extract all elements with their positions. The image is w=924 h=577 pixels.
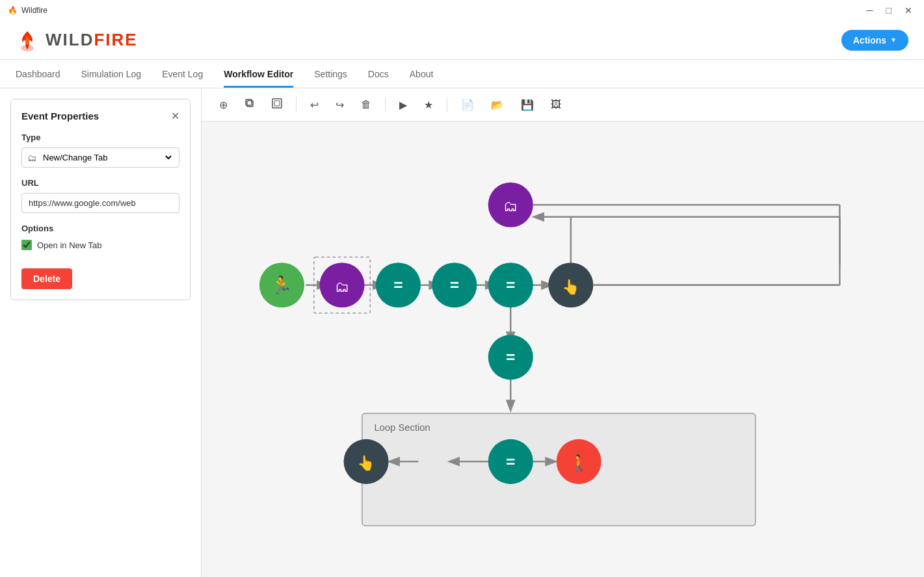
logo-flame-icon	[16, 29, 39, 52]
node-tab1-selected[interactable]: 🗂	[314, 257, 370, 313]
new-file-button[interactable]: 📄	[454, 94, 481, 116]
title-bar-left: 🔥 Wildfire	[8, 6, 47, 15]
node-click2[interactable]: 👆	[343, 439, 388, 484]
sidebar: Event Properties ✕ Type 🗂 New/Change Tab…	[0, 88, 202, 577]
panel-close-button[interactable]: ✕	[171, 110, 179, 122]
options-group: Options Open in New Tab	[21, 224, 179, 250]
minimize-button[interactable]: ─	[863, 4, 877, 17]
node-action2[interactable]: =	[432, 263, 477, 307]
app-name: Wildfire	[21, 6, 47, 15]
type-label: Type	[21, 133, 179, 142]
tab-icon: 🗂	[27, 153, 36, 163]
open-new-tab-label: Open in New Tab	[37, 240, 102, 250]
workflow-svg: Loop Section	[202, 122, 924, 577]
toolbar-sep-3	[447, 97, 447, 112]
main: Event Properties ✕ Type 🗂 New/Change Tab…	[0, 88, 924, 577]
canvas-area: ⊕ ↩ ↪ 🗑 ▶ ★ 📄 📂 💾 🖼 Loop	[202, 88, 924, 577]
node-action1[interactable]: =	[376, 263, 421, 307]
undo-button[interactable]: ↩	[303, 94, 326, 116]
play-button[interactable]: ▶	[392, 94, 414, 116]
logo-text: WILDFIRE	[46, 30, 138, 50]
toolbar-sep-1	[296, 97, 297, 112]
maximize-button[interactable]: □	[882, 4, 895, 17]
nav: Dashboard Simulation Log Event Log Workf…	[0, 60, 924, 88]
export-image-button[interactable]: 🖼	[544, 94, 568, 115]
svg-text:=: =	[393, 276, 403, 294]
nav-about[interactable]: About	[410, 69, 434, 88]
title-bar-controls: ─ □ ✕	[863, 4, 916, 17]
workflow-canvas[interactable]: Loop Section	[202, 122, 924, 577]
add-button[interactable]: ⊕	[212, 94, 235, 116]
options-label: Options	[21, 224, 179, 233]
nav-dashboard[interactable]: Dashboard	[16, 69, 60, 88]
svg-text:=: =	[506, 453, 515, 470]
panel-header: Event Properties ✕	[21, 110, 179, 122]
fit-button[interactable]	[265, 94, 289, 116]
redo-button[interactable]: ↪	[328, 94, 351, 116]
svg-text:👆: 👆	[562, 278, 580, 296]
nav-settings[interactable]: Settings	[314, 69, 347, 88]
svg-text:🚶: 🚶	[569, 454, 589, 473]
panel-title: Event Properties	[21, 110, 99, 122]
svg-text:👆: 👆	[357, 454, 375, 472]
title-bar: 🔥 Wildfire ─ □ ✕	[0, 0, 924, 21]
nav-workflow-editor[interactable]: Workflow Editor	[224, 69, 293, 88]
nav-simulation-log[interactable]: Simulation Log	[81, 69, 142, 88]
logo-fire: FIRE	[94, 30, 137, 49]
node-tab2[interactable]: 🗂	[488, 183, 533, 227]
node-start[interactable]: 🏃	[259, 263, 304, 307]
node-action3[interactable]: =	[488, 263, 533, 307]
svg-rect-4	[274, 101, 280, 106]
delete-button[interactable]: Delete	[21, 268, 72, 289]
svg-text:=: =	[506, 276, 515, 294]
open-file-button[interactable]: 📂	[484, 94, 511, 116]
nav-event-log[interactable]: Event Log	[162, 69, 203, 88]
open-new-tab-checkbox[interactable]	[21, 240, 32, 250]
url-field-group: URL	[21, 178, 179, 213]
open-new-tab-row: Open in New Tab	[21, 240, 179, 250]
event-properties-panel: Event Properties ✕ Type 🗂 New/Change Tab…	[10, 99, 191, 300]
svg-rect-3	[272, 99, 282, 108]
svg-text:=: =	[506, 348, 515, 366]
toolbar-sep-2	[385, 97, 386, 112]
node-action5[interactable]: =	[488, 439, 533, 484]
loop-section-label: Loop Section	[374, 422, 430, 433]
logo-wild: WILD	[46, 30, 94, 49]
node-end[interactable]: 🚶	[557, 439, 601, 484]
svg-text:=: =	[450, 276, 459, 294]
svg-text:🗂: 🗂	[335, 279, 349, 295]
nav-docs[interactable]: Docs	[368, 69, 389, 88]
copy-button[interactable]	[237, 94, 262, 116]
delete-toolbar-button[interactable]: 🗑	[354, 94, 378, 115]
node-action4[interactable]: =	[488, 335, 533, 379]
app-icon: 🔥	[8, 6, 18, 15]
toolbar: ⊕ ↩ ↪ 🗑 ▶ ★ 📄 📂 💾 🖼	[202, 88, 924, 122]
type-field-group: Type 🗂 New/Change Tab Click Navigate Wai…	[21, 133, 179, 168]
url-input[interactable]	[21, 193, 179, 213]
actions-button[interactable]: Actions	[841, 30, 908, 51]
close-button[interactable]: ✕	[901, 4, 916, 17]
header: WILDFIRE Actions	[0, 21, 924, 60]
url-label: URL	[21, 178, 179, 188]
save-button[interactable]: 💾	[514, 94, 541, 116]
type-select[interactable]: New/Change Tab Click Navigate Wait Extra…	[40, 152, 174, 163]
node-click1[interactable]: 👆	[548, 263, 593, 307]
type-select-wrapper: 🗂 New/Change Tab Click Navigate Wait Ext…	[21, 147, 179, 168]
svg-text:🏃: 🏃	[271, 274, 293, 296]
svg-text:🗂: 🗂	[503, 198, 518, 214]
logo: WILDFIRE	[16, 29, 138, 52]
star-button[interactable]: ★	[417, 94, 440, 116]
